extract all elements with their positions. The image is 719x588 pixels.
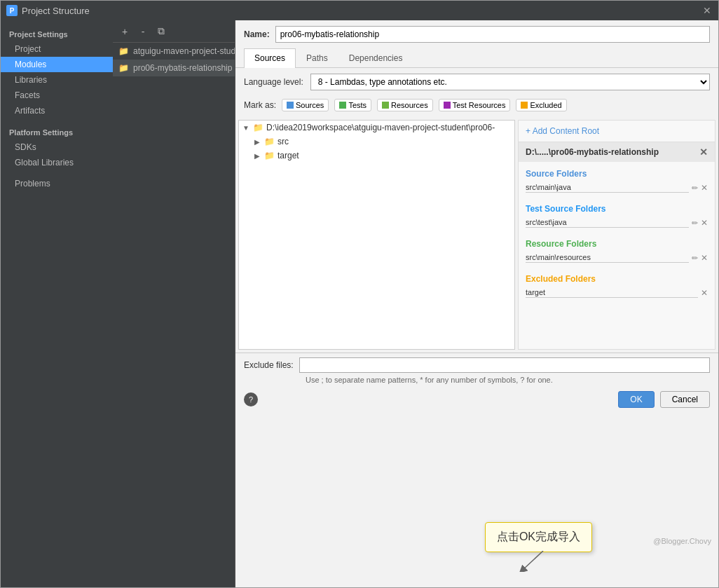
test-source-folder-delete-icon[interactable]: ✕ <box>701 218 708 228</box>
tree-target-label: target <box>278 151 299 160</box>
excluded-folders-title: Excluded Folders <box>526 270 708 287</box>
help-button[interactable]: ? <box>244 392 258 406</box>
excluded-folders-section: Excluded Folders target ✕ <box>519 267 715 302</box>
main-content: Project Settings Project Modules Librari… <box>1 20 718 587</box>
title-bar-controls: ✕ <box>701 5 713 16</box>
tab-paths[interactable]: Paths <box>296 48 338 67</box>
sidebar-item-sdks[interactable]: SDKs <box>1 139 113 155</box>
app-icon: P <box>6 5 18 16</box>
mark-excluded-button[interactable]: Excluded <box>516 99 566 111</box>
resource-folder-entry-0: src\main\resources ✏ ✕ <box>526 252 708 264</box>
right-close-button[interactable]: ✕ <box>699 146 708 158</box>
exclude-label: Exclude files: <box>244 360 294 370</box>
mark-resources-button[interactable]: Resources <box>377 99 433 111</box>
language-select[interactable]: 8 - Lambdas, type annotations etc. <box>310 74 710 90</box>
tree-arrow-icon: ▼ <box>242 123 250 132</box>
resource-folder-delete-icon[interactable]: ✕ <box>701 253 708 263</box>
tree-target-item[interactable]: ▶ 📁 target <box>239 149 514 163</box>
root-folder-icon: 📁 <box>253 123 263 132</box>
close-button[interactable]: ✕ <box>701 5 713 16</box>
test-source-folders-section: Test Source Folders src\test\java ✏ ✕ <box>519 197 715 232</box>
tree-panel: ▼ 📁 D:\idea2019workspace\atguigu-maven-p… <box>238 120 515 350</box>
tab-dependencies[interactable]: Dependencies <box>338 48 413 67</box>
add-module-button[interactable]: + <box>117 24 132 39</box>
exclude-files-row: Exclude files: <box>244 357 710 373</box>
tree-root-label: D:\idea2019workspace\atguigu-maven-proje… <box>266 123 495 132</box>
test-resources-color-dot <box>444 102 451 109</box>
sidebar-item-project[interactable]: Project <box>1 41 113 57</box>
test-source-folder-edit-icon[interactable]: ✏ <box>692 219 698 228</box>
language-label: Language level: <box>244 77 303 87</box>
remove-module-button[interactable]: - <box>135 24 151 39</box>
excluded-folder-entry-0: target ✕ <box>526 287 708 299</box>
target-folder-icon: 📁 <box>264 151 275 160</box>
tree-src-arrow: ▶ <box>253 137 261 146</box>
resource-folders-section: Resource Folders src\main\resources ✏ ✕ <box>519 232 715 267</box>
sidebar-item-problems[interactable]: Problems <box>1 176 113 191</box>
test-source-folder-path: src\test\java <box>526 218 689 228</box>
source-folder-entry-0: src\main\java ✏ ✕ <box>526 182 708 194</box>
folder-icon: 📁 <box>118 63 129 73</box>
tree-src-label: src <box>278 137 289 146</box>
sidebar-item-modules[interactable]: Modules <box>1 57 113 72</box>
content-split: ▼ 📁 D:\idea2019workspace\atguigu-maven-p… <box>235 117 718 353</box>
add-content-root-button[interactable]: + Add Content Root <box>526 126 599 136</box>
module-item-label: pro06-mybatis-relationship <box>133 63 232 73</box>
module-item-label: atguigu-maven-project-stude <box>133 46 235 56</box>
test-source-folder-entry-0: src\test\java ✏ ✕ <box>526 217 708 229</box>
buttons-row: ? OK Cancel <box>244 387 710 411</box>
sidebar-divider <box>1 118 113 124</box>
cancel-button[interactable]: Cancel <box>660 391 710 408</box>
tree-target-arrow: ▶ <box>253 151 261 160</box>
sidebar-divider-2 <box>1 170 113 176</box>
watermark: @Blogger.Chovy <box>653 537 711 545</box>
right-path-label: D:\.....\pro06-mybatis-relationship <box>526 147 659 157</box>
right-panel: + Add Content Root D:\.....\pro06-mybati… <box>518 120 715 350</box>
mark-sources-button[interactable]: Sources <box>282 99 329 111</box>
tests-color-dot <box>339 102 346 109</box>
resource-folder-edit-icon[interactable]: ✏ <box>692 254 698 263</box>
callout-arrow-svg <box>515 551 550 572</box>
resource-folders-title: Resource Folders <box>526 235 708 252</box>
module-toolbar: + - ⧉ <box>113 20 235 43</box>
bottom-container: Exclude files: Use ; to separate name pa… <box>235 353 718 588</box>
ok-button[interactable]: OK <box>618 391 654 408</box>
src-folder-icon: 📁 <box>264 137 275 146</box>
copy-module-button[interactable]: ⧉ <box>153 24 169 39</box>
project-structure-window: P Project Structure ✕ Project Settings P… <box>0 0 719 588</box>
name-row: Name: <box>235 20 718 48</box>
source-folder-delete-icon[interactable]: ✕ <box>701 183 708 193</box>
resource-folder-path: src\main\resources <box>526 253 689 263</box>
test-source-folders-title: Test Source Folders <box>526 200 708 217</box>
bottom-area: Exclude files: Use ; to separate name pa… <box>235 353 718 415</box>
callout-text: 点击OK完成导入 <box>497 531 580 542</box>
module-panel: + - ⧉ 📁 atguigu-maven-project-stude 📁 pr… <box>113 20 235 587</box>
sidebar-item-libraries[interactable]: Libraries <box>1 72 113 88</box>
name-input[interactable] <box>275 26 710 43</box>
resources-color-dot <box>382 102 389 109</box>
module-item-pro06[interactable]: 📁 pro06-mybatis-relationship <box>113 60 235 76</box>
callout-container: 点击OK完成导入 <box>485 522 592 552</box>
tab-sources[interactable]: Sources <box>244 48 296 68</box>
project-settings-label: Project Settings <box>1 26 113 41</box>
title-bar: P Project Structure ✕ <box>1 1 718 20</box>
source-folders-section: Source Folders src\main\java ✏ ✕ <box>519 162 715 197</box>
callout-box: 点击OK完成导入 <box>485 522 592 552</box>
module-list: 📁 atguigu-maven-project-stude 📁 pro06-my… <box>113 43 235 587</box>
main-area: Name: Sources Paths Dependencies Languag… <box>235 20 718 587</box>
excluded-folder-path: target <box>526 288 698 298</box>
tree-src-item[interactable]: ▶ 📁 src <box>239 135 514 149</box>
sidebar-item-facets[interactable]: Facets <box>1 88 113 103</box>
sidebar: Project Settings Project Modules Librari… <box>1 20 113 587</box>
sources-color-dot <box>287 102 294 109</box>
excluded-folder-delete-icon[interactable]: ✕ <box>701 288 708 298</box>
sidebar-item-global-libraries[interactable]: Global Libraries <box>1 155 113 170</box>
module-item-atguigu[interactable]: 📁 atguigu-maven-project-stude <box>113 43 235 60</box>
sidebar-item-artifacts[interactable]: Artifacts <box>1 103 113 118</box>
mark-test-resources-button[interactable]: Test Resources <box>439 99 511 111</box>
source-folders-title: Source Folders <box>526 165 708 182</box>
source-folder-edit-icon[interactable]: ✏ <box>692 184 698 193</box>
mark-tests-button[interactable]: Tests <box>334 99 371 111</box>
tree-root-item[interactable]: ▼ 📁 D:\idea2019workspace\atguigu-maven-p… <box>239 121 514 135</box>
exclude-files-input[interactable] <box>299 357 710 373</box>
